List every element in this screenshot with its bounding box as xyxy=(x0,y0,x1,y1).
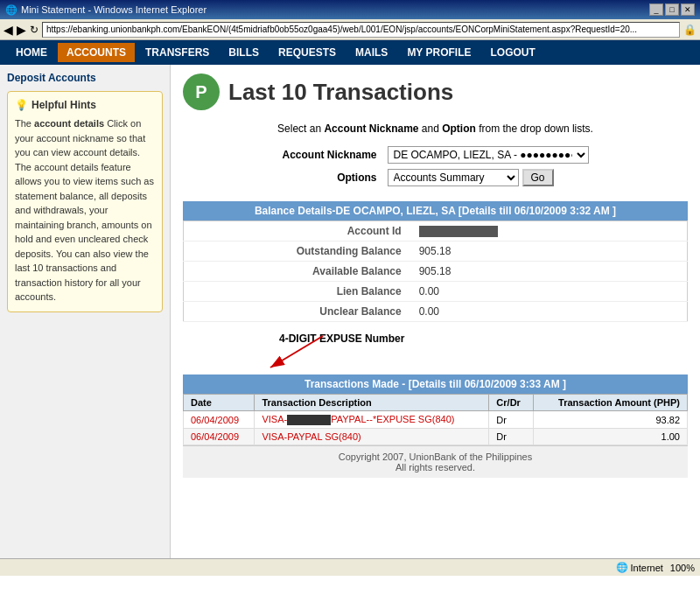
option-label: Option xyxy=(442,122,476,135)
transactions-table: Date Transaction Description Cr/Dr Trans… xyxy=(183,394,688,445)
annotation-area: 4-DIGIT EXPUSE Number xyxy=(192,329,688,374)
sidebar-title: Deposit Accounts xyxy=(7,72,163,84)
page-title-section: P Last 10 Transactions xyxy=(183,74,688,110)
zone-label: Internet xyxy=(631,563,663,573)
row1-masked xyxy=(287,415,331,425)
zoom-indicator: 100% xyxy=(670,563,695,573)
sidebar: Deposit Accounts 💡 Helpful Hints The acc… xyxy=(0,65,171,558)
row1-amount: 93.82 xyxy=(533,411,687,429)
row2-amount: 1.00 xyxy=(533,429,687,445)
go-button[interactable]: Go xyxy=(522,169,554,186)
footer: Copyright 2007, UnionBank of the Philipp… xyxy=(183,445,688,478)
available-balance-label: Available Balance xyxy=(184,262,410,282)
lien-balance-value: 0.00 xyxy=(410,282,688,302)
account-id-label: Account Id xyxy=(184,221,410,242)
window-controls[interactable]: _ □ ✕ xyxy=(649,4,695,16)
available-balance-value: 905.18 xyxy=(410,262,688,282)
table-row: 06/04/2009 VISA-PAYPAL SG(840) Dr 1.00 xyxy=(184,429,688,445)
account-nickname-label: Account Nickname xyxy=(324,122,418,135)
nav-myprofile[interactable]: MY PROFILE xyxy=(398,43,480,62)
row2-crdr: Dr xyxy=(489,429,533,445)
form-table: Account Nickname DE OCAMPO, LIEZL, SA - … xyxy=(276,144,593,189)
hints-icon: 💡 xyxy=(15,99,28,111)
peso-letter: P xyxy=(195,82,206,102)
maximize-button[interactable]: □ xyxy=(665,4,679,16)
internet-icon: 🌐 xyxy=(616,562,628,573)
nav-bills[interactable]: BILLS xyxy=(220,43,268,62)
options-select[interactable]: Accounts Summary xyxy=(388,169,519,186)
unclear-balance-label: Unclear Balance xyxy=(184,302,410,322)
unclear-balance-value: 0.00 xyxy=(410,302,688,322)
account-label: Account Nickname xyxy=(276,144,382,166)
title-bar: 🌐 Mini Statement - Windows Internet Expl… xyxy=(0,0,700,19)
hints-text-body: Click on your account nickname so that y… xyxy=(15,118,154,302)
col-date: Date xyxy=(184,395,255,411)
table-row: 06/04/2009 VISA- PAYPAL--*EXPUSE SG(840)… xyxy=(184,411,688,429)
hints-keyword: account details xyxy=(34,118,104,129)
balance-header: Balance Details-DE OCAMPO, LIEZL, SA [De… xyxy=(183,201,688,220)
col-crdr: Cr/Dr xyxy=(489,395,533,411)
zoom-label: 100% xyxy=(670,563,695,573)
address-bar: ◀ ▶ ↻ 🔒 xyxy=(0,19,700,40)
account-id-value xyxy=(410,221,688,242)
col-description: Transaction Description xyxy=(255,395,489,411)
status-zone: 🌐 Internet xyxy=(616,562,663,573)
lock-icon: 🔒 xyxy=(683,24,696,36)
hints-text: The account details Click on your accoun… xyxy=(15,116,155,304)
balance-table: Account Id Outstanding Balance 905.18 Av… xyxy=(183,220,688,322)
nav-accounts[interactable]: ACCOUNTS xyxy=(58,43,135,62)
row1-crdr: Dr xyxy=(489,411,533,429)
hints-text-prefix: The xyxy=(15,118,34,129)
page-title: Last 10 Transactions xyxy=(228,79,453,106)
annotation-arrow xyxy=(244,329,349,374)
row1-date: 06/04/2009 xyxy=(184,411,255,429)
hints-title: Helpful Hints xyxy=(32,99,96,111)
hints-box: 💡 Helpful Hints The account details Clic… xyxy=(7,91,163,312)
svg-line-1 xyxy=(270,336,323,368)
nav-bar: HOME ACCOUNTS TRANSFERS BILLS REQUESTS M… xyxy=(0,40,700,65)
status-bar: 🌐 Internet 100% xyxy=(0,558,700,576)
options-label: Options xyxy=(276,166,382,189)
account-select[interactable]: DE OCAMPO, LIEZL, SA - ●●●●●●●●●●●● xyxy=(388,146,589,164)
lien-balance-label: Lien Balance xyxy=(184,282,410,302)
account-id-masked xyxy=(419,226,498,237)
minimize-button[interactable]: _ xyxy=(649,4,663,16)
window-title: Mini Statement - Windows Internet Explor… xyxy=(21,4,206,15)
browser-icon: 🌐 xyxy=(5,4,18,16)
col-amount: Transaction Amount (PHP) xyxy=(533,395,687,411)
nav-logout[interactable]: LOGOUT xyxy=(482,43,544,62)
nav-mails[interactable]: MAILS xyxy=(346,43,396,62)
page-content: Deposit Accounts 💡 Helpful Hints The acc… xyxy=(0,65,700,558)
select-instruction: Select an Account Nickname and Option fr… xyxy=(183,122,688,135)
peso-icon: P xyxy=(183,74,220,110)
nav-transfers[interactable]: TRANSFERS xyxy=(136,43,218,62)
footer-line1: Copyright 2007, UnionBank of the Philipp… xyxy=(188,452,682,462)
row2-date: 06/04/2009 xyxy=(184,429,255,445)
address-input[interactable] xyxy=(42,22,680,38)
status-right: 🌐 Internet 100% xyxy=(616,562,695,573)
main-content: P Last 10 Transactions Select an Account… xyxy=(171,65,700,558)
outstanding-balance-value: 905.18 xyxy=(410,242,688,262)
back-button[interactable]: ◀ xyxy=(4,23,13,37)
forward-button[interactable]: ▶ xyxy=(17,23,26,37)
outstanding-balance-label: Outstanding Balance xyxy=(184,242,410,262)
nav-requests[interactable]: REQUESTS xyxy=(270,43,345,62)
nav-home[interactable]: HOME xyxy=(7,43,56,62)
transactions-header: Transactions Made - [Details till 06/10/… xyxy=(183,374,688,394)
close-button[interactable]: ✕ xyxy=(681,4,695,16)
title-bar-left: 🌐 Mini Statement - Windows Internet Expl… xyxy=(5,4,206,16)
row1-desc: VISA- PAYPAL--*EXPUSE SG(840) xyxy=(255,411,489,429)
footer-line2: All rights reserved. xyxy=(188,462,682,472)
hints-header: 💡 Helpful Hints xyxy=(15,99,155,111)
refresh-button[interactable]: ↻ xyxy=(30,24,38,36)
row2-desc: VISA-PAYPAL SG(840) xyxy=(255,429,489,445)
